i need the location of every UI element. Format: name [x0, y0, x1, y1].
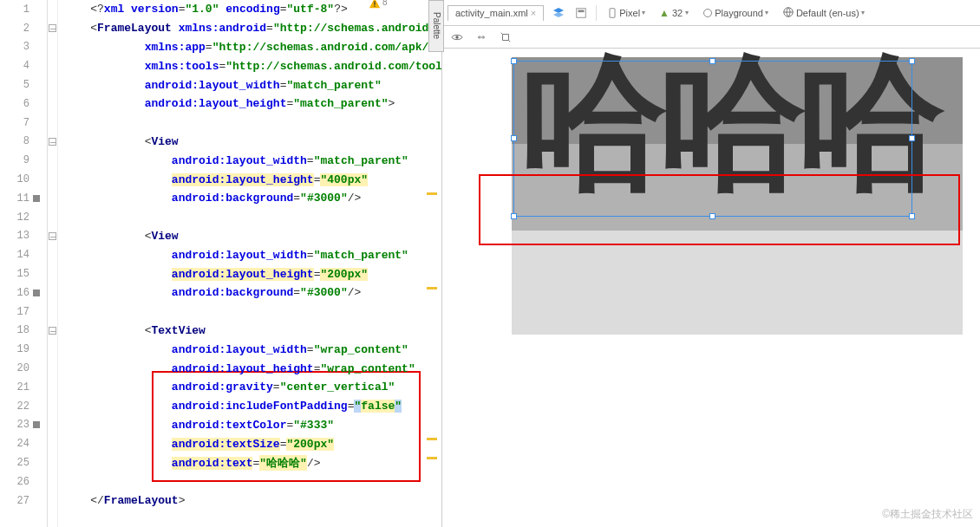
line-number: 3	[0, 38, 47, 57]
change-marker	[427, 287, 437, 290]
line-number: 15	[0, 264, 47, 283]
code-line[interactable]: <View	[63, 133, 441, 152]
editor-tab[interactable]: activity_main.xml ×	[448, 5, 544, 22]
api-selector[interactable]: ▲32▾	[656, 6, 692, 20]
code-line[interactable]: android:textColor="#333"	[63, 416, 441, 435]
code-line[interactable]: android:textSize="200px"	[63, 434, 441, 453]
code-line[interactable]: android:layout_height="400px"	[63, 170, 441, 189]
code-line[interactable]: android:layout_width="match_parent"	[63, 151, 441, 170]
line-number: 4	[0, 56, 47, 75]
fold-gutter-row	[48, 340, 57, 359]
expand-icon[interactable]	[474, 29, 489, 45]
line-number: 13	[0, 227, 47, 246]
selection-box	[513, 61, 912, 217]
fold-icon[interactable]	[49, 232, 56, 240]
fold-icon[interactable]	[49, 138, 56, 146]
fold-icon[interactable]	[49, 24, 56, 32]
svg-rect-2	[577, 8, 586, 17]
line-number: 12	[0, 208, 47, 227]
code-line[interactable]: xmlns:app="http://schemas.android.com/ap…	[63, 38, 441, 57]
line-number: 11	[0, 189, 47, 208]
design-toolbar: activity_main.xml × Pixel▾ ▲32▾ Playgrou…	[442, 0, 980, 26]
code-line[interactable]: android:layout_width="match_parent"	[63, 245, 441, 264]
code-line[interactable]: android:layout_width="match_parent"	[63, 75, 441, 94]
fold-gutter-row	[48, 133, 57, 152]
line-number: 25	[0, 453, 47, 472]
svg-rect-0	[374, 1, 375, 4]
fold-gutter-row	[48, 75, 57, 94]
palette-tab[interactable]: Palette	[428, 0, 444, 52]
code-line[interactable]: <View	[63, 227, 441, 246]
code-line[interactable]: android:layout_height="match_parent">	[63, 94, 441, 114]
fold-gutter-row	[48, 227, 57, 246]
fold-gutter-row	[48, 208, 57, 227]
locale-selector[interactable]: Default (en-us)▾	[779, 5, 868, 21]
fold-gutter-row	[48, 19, 57, 38]
line-number: 10	[0, 170, 47, 189]
design-canvas[interactable]: 哈哈哈	[442, 49, 980, 527]
svg-point-5	[704, 9, 712, 16]
line-number: 2	[0, 19, 47, 38]
change-marker	[427, 457, 437, 459]
line-number: 19	[0, 340, 47, 359]
warning-count: 8	[382, 0, 388, 7]
line-number: 9	[0, 151, 47, 170]
code-line[interactable]	[63, 303, 441, 322]
code-line[interactable]: android:background="#3000"/>	[63, 283, 441, 303]
watermark: ©稀土掘金技术社区	[882, 507, 973, 522]
change-marker	[427, 192, 437, 195]
code-line[interactable]	[63, 472, 441, 491]
design-subbar	[442, 26, 980, 49]
rotate-icon[interactable]	[498, 29, 513, 45]
svg-rect-4	[610, 8, 615, 17]
line-number: 23	[0, 416, 47, 435]
code-line[interactable]: <FrameLayout xmlns:android="http://schem…	[63, 19, 441, 38]
code-area[interactable]: <?xml version="1.0" encoding="utf-8"?> <…	[58, 0, 441, 527]
line-number: 24	[0, 434, 47, 453]
fold-gutter-row	[48, 491, 57, 511]
fold-icon[interactable]	[49, 327, 56, 335]
design-surface-icon[interactable]	[573, 5, 589, 21]
code-line[interactable]	[63, 208, 441, 227]
line-gutter: 1234567891011121314151617181920212223242…	[0, 0, 48, 527]
line-number: 1	[0, 0, 47, 19]
fold-gutter-row	[48, 416, 57, 435]
fold-gutter-row	[48, 434, 57, 453]
eye-icon[interactable]	[449, 29, 465, 45]
theme-selector[interactable]: Playground▾	[699, 7, 772, 19]
fold-column	[48, 0, 58, 527]
code-line[interactable]	[63, 114, 441, 133]
line-number: 20	[0, 359, 47, 378]
svg-rect-1	[374, 6, 375, 7]
code-editor-pane: 1234567891011121314151617181920212223242…	[0, 0, 442, 527]
fold-gutter-row	[48, 38, 57, 57]
fold-gutter-row	[48, 245, 57, 264]
code-line[interactable]: android:layout_height="wrap_content"	[63, 359, 441, 378]
line-number: 21	[0, 378, 47, 397]
line-number: 26	[0, 472, 47, 491]
code-line[interactable]: </FrameLayout>	[63, 491, 441, 511]
fold-gutter-row	[48, 151, 57, 170]
code-line[interactable]: android:text="哈哈哈"/>	[63, 453, 441, 472]
fold-gutter-row	[48, 189, 57, 208]
layers-icon[interactable]	[551, 5, 566, 21]
warning-icon[interactable]: 8	[369, 0, 381, 10]
line-number: 18	[0, 322, 47, 341]
fold-gutter-row	[48, 0, 57, 19]
device-selector[interactable]: Pixel▾	[604, 7, 649, 19]
code-line[interactable]: android:includeFontPadding="false"	[63, 397, 441, 416]
svg-point-7	[455, 36, 459, 39]
fold-gutter-row	[48, 264, 57, 283]
code-line[interactable]: <TextView	[63, 322, 441, 341]
code-line[interactable]: android:layout_height="200px"	[63, 264, 441, 283]
line-number: 8	[0, 133, 47, 152]
line-number: 27	[0, 491, 47, 511]
design-pane: activity_main.xml × Pixel▾ ▲32▾ Playgrou…	[442, 0, 980, 527]
code-line[interactable]: xmlns:tools="http://schemas.android.com/…	[63, 56, 441, 75]
code-line[interactable]: android:gravity="center_vertical"	[63, 378, 441, 397]
fold-gutter-row	[48, 56, 57, 75]
line-number: 6	[0, 94, 47, 114]
line-number: 22	[0, 397, 47, 416]
code-line[interactable]: android:layout_width="wrap_content"	[63, 340, 441, 359]
code-line[interactable]: android:background="#3000"/>	[63, 189, 441, 208]
